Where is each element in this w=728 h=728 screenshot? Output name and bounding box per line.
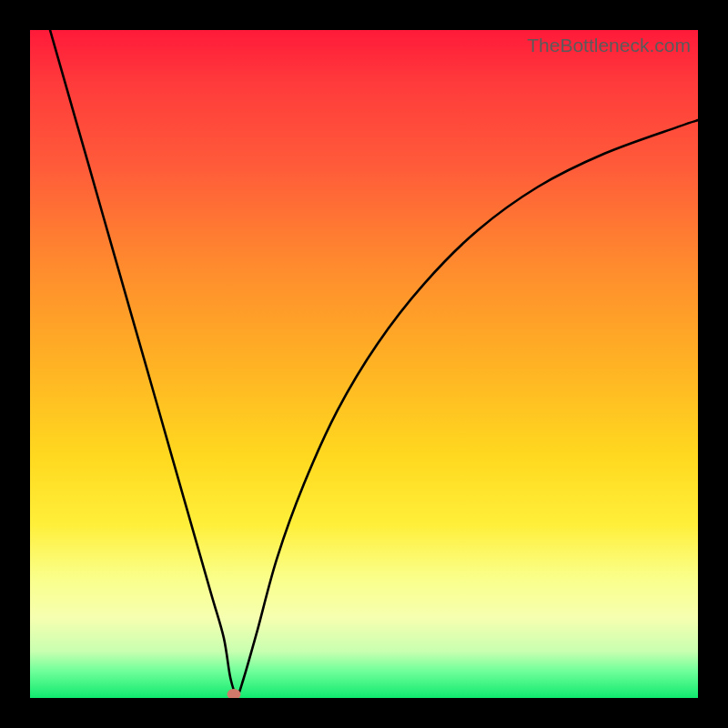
bottleneck-curve	[30, 30, 698, 698]
curve-path	[50, 30, 698, 694]
minimum-marker	[227, 689, 240, 698]
plot-area: TheBottleneck.com	[30, 30, 698, 698]
chart-frame: TheBottleneck.com	[0, 0, 728, 728]
